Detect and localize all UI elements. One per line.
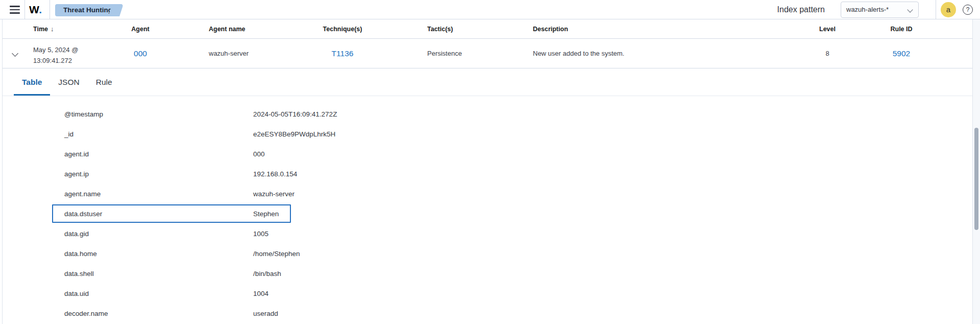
index-pattern-value: wazuh-alerts-* [846, 2, 889, 17]
field-value: e2eESY8Be9PWdpLhrk5H [253, 124, 335, 144]
topbar-divider [936, 0, 936, 19]
field-name: data.shell [64, 264, 94, 284]
chevron-down-icon [907, 7, 913, 12]
topbar-divider [50, 0, 50, 19]
vertical-scrollbar-track[interactable] [972, 19, 980, 324]
field-name: agent.id [64, 144, 89, 164]
field-name: decoder.name [64, 304, 108, 323]
detail-tabs: Table JSON Rule [3, 68, 972, 96]
wazuh-logo[interactable]: W. [29, 0, 42, 19]
tab-rule[interactable]: Rule [88, 68, 120, 96]
field-row-timestamp: @timestamp2024-05-05T16:09:41.272Z [3, 104, 972, 124]
alerts-content: Time↓ Agent Agent name Technique(s) Tact… [2, 19, 972, 324]
column-header-rule-id[interactable]: Rule ID [868, 19, 935, 38]
alert-table-row: May 5, 2024 @13:09:41.272 000 wazuh-serv… [3, 39, 972, 68]
field-row-data-gid: data.gid1005 [3, 224, 972, 244]
help-icon[interactable]: ? [963, 5, 973, 15]
alert-technique-cell: T1136 [311, 39, 374, 68]
field-name: @timestamp [64, 104, 103, 124]
field-name: agent.name [64, 184, 101, 204]
field-name: agent.ip [64, 164, 89, 184]
tab-table[interactable]: Table [14, 68, 50, 96]
field-name: data.dstuser [64, 204, 102, 224]
logo-dot: . [39, 4, 42, 15]
field-row-id: _ide2eESY8Be9PWdpLhrk5H [3, 124, 972, 144]
breadcrumb-tab-threat-hunting[interactable]: Threat Hunting [55, 4, 114, 16]
column-header-techniques[interactable]: Technique(s) [311, 19, 374, 38]
field-value: 1004 [253, 284, 268, 304]
collapse-row-chevron-icon[interactable] [9, 48, 22, 61]
field-value: 192.168.0.154 [253, 164, 297, 184]
alert-time-line2: 13:09:41.272 [33, 57, 72, 64]
column-header-agent[interactable]: Agent [114, 19, 167, 38]
field-row-data-dstuser: data.dstuserStephen [3, 204, 972, 224]
field-name: data.gid [64, 224, 89, 244]
index-pattern-select[interactable]: wazuh-alerts-* [841, 2, 919, 18]
field-row-agent-name: agent.namewazuh-server [3, 184, 972, 204]
field-name: _id [64, 124, 74, 144]
field-value: 1005 [253, 224, 268, 244]
agent-link[interactable]: 000 [134, 49, 147, 58]
column-label: Time [33, 26, 48, 33]
top-navigation-bar: W. Threat Hunting Index pattern wazuh-al… [0, 0, 980, 19]
alert-tactic: Persistence [427, 39, 462, 68]
wazuh-threat-hunting-page: W. Threat Hunting Index pattern wazuh-al… [0, 0, 980, 324]
field-value: /bin/bash [253, 264, 281, 284]
column-header-description[interactable]: Description [533, 19, 568, 38]
field-row-agent-ip: agent.ip192.168.0.154 [3, 164, 972, 184]
field-value: 000 [253, 144, 265, 164]
alert-time-line1: May 5, 2024 @ [33, 46, 78, 54]
tab-json[interactable]: JSON [50, 68, 87, 96]
field-name: data.home [64, 244, 97, 264]
field-value: useradd [253, 304, 278, 323]
avatar[interactable]: a [941, 2, 956, 17]
vertical-scrollbar-thumb[interactable] [974, 128, 978, 230]
column-header-time[interactable]: Time↓ [33, 19, 54, 38]
topbar-divider [24, 0, 25, 19]
field-row-data-home: data.home/home/Stephen [3, 244, 972, 264]
field-value: /home/Stephen [253, 244, 300, 264]
alerts-table-header: Time↓ Agent Agent name Technique(s) Tact… [3, 19, 972, 39]
field-name: data.uid [64, 284, 89, 304]
column-header-agent-name[interactable]: Agent name [209, 19, 246, 38]
alert-rule-id-cell: 5902 [868, 39, 935, 68]
technique-link[interactable]: T1136 [332, 49, 354, 58]
menu-icon[interactable] [5, 0, 24, 19]
field-row-agent-id: agent.id000 [3, 144, 972, 164]
field-value: Stephen [253, 204, 279, 224]
alert-agent-name: wazuh-server [209, 39, 249, 68]
index-pattern-label: Index pattern [717, 0, 825, 19]
field-row-decoder-name: decoder.nameuseradd [3, 304, 972, 323]
field-value: wazuh-server [253, 184, 295, 204]
column-header-level[interactable]: Level [807, 19, 848, 38]
alert-time: May 5, 2024 @13:09:41.272 [33, 39, 78, 68]
detail-field-table: @timestamp2024-05-05T16:09:41.272Z _ide2… [3, 96, 972, 323]
alert-description: New user added to the system. [533, 39, 624, 68]
logo-letter: W [29, 4, 39, 15]
field-value: 2024-05-05T16:09:41.272Z [253, 104, 337, 124]
field-row-data-shell: data.shell/bin/bash [3, 264, 972, 284]
sort-desc-icon[interactable]: ↓ [51, 25, 54, 33]
field-row-data-uid: data.uid1004 [3, 284, 972, 304]
alert-agent-cell: 000 [114, 39, 167, 68]
column-header-tactics[interactable]: Tactic(s) [427, 19, 453, 38]
alert-level: 8 [807, 39, 848, 68]
rule-id-link[interactable]: 5902 [893, 49, 910, 58]
